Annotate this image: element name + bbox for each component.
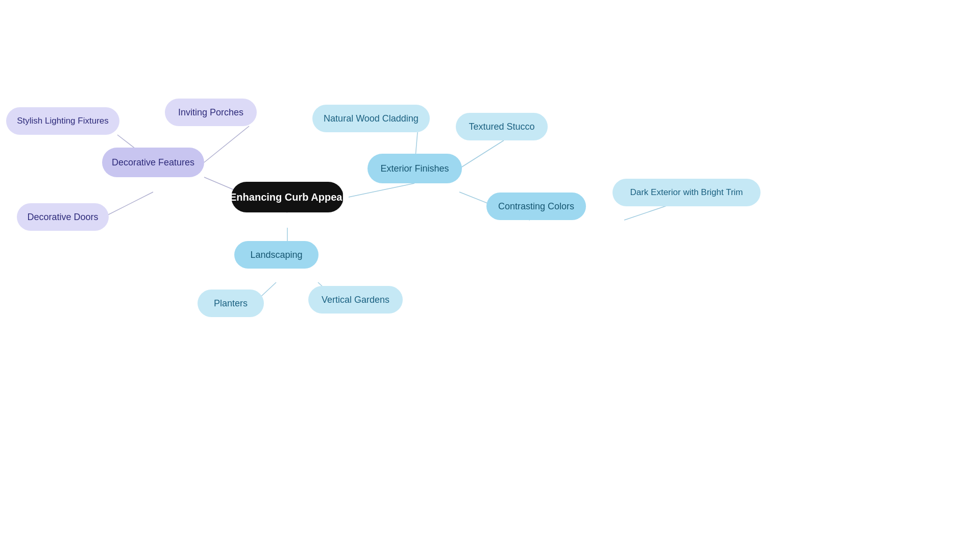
stylish-lighting-node[interactable]: Stylish Lighting Fixtures [6,107,119,135]
planters-node[interactable]: Planters [198,290,264,317]
landscaping-node[interactable]: Landscaping [234,241,318,269]
svg-line-6 [459,140,504,169]
svg-line-3 [104,192,153,217]
natural-wood-cladding-node[interactable]: Natural Wood Cladding [312,105,430,132]
exterior-finishes-node[interactable]: Exterior Finishes [368,154,462,183]
decorative-features-node[interactable]: Decorative Features [102,148,204,177]
svg-line-8 [624,204,671,220]
inviting-porches-node[interactable]: Inviting Porches [165,99,257,126]
textured-stucco-node[interactable]: Textured Stucco [456,113,548,140]
vertical-gardens-node[interactable]: Vertical Gardens [308,286,403,314]
center-node[interactable]: Enhancing Curb Appeal [231,182,344,212]
dark-exterior-node[interactable]: Dark Exterior with Bright Trim [612,179,761,206]
contrasting-colors-node[interactable]: Contrasting Colors [486,193,586,220]
svg-line-2 [204,126,249,162]
svg-line-4 [349,183,414,197]
decorative-doors-node[interactable]: Decorative Doors [17,203,109,231]
